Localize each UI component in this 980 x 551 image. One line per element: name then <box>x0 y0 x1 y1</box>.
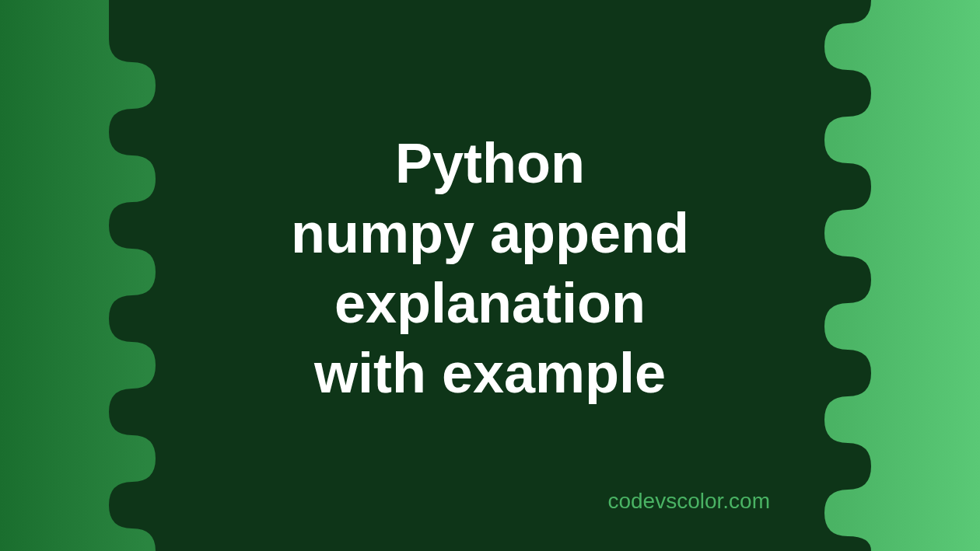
watermark-text: codevscolor.com <box>607 489 770 514</box>
title-line-3: explanation <box>291 268 689 338</box>
title-line-1: Python <box>291 128 689 198</box>
content-wrapper: Python numpy append explanation with exa… <box>0 0 980 551</box>
title-line-4: with example <box>291 338 689 408</box>
title-line-2: numpy append <box>291 198 689 268</box>
page-title: Python numpy append explanation with exa… <box>291 128 689 408</box>
